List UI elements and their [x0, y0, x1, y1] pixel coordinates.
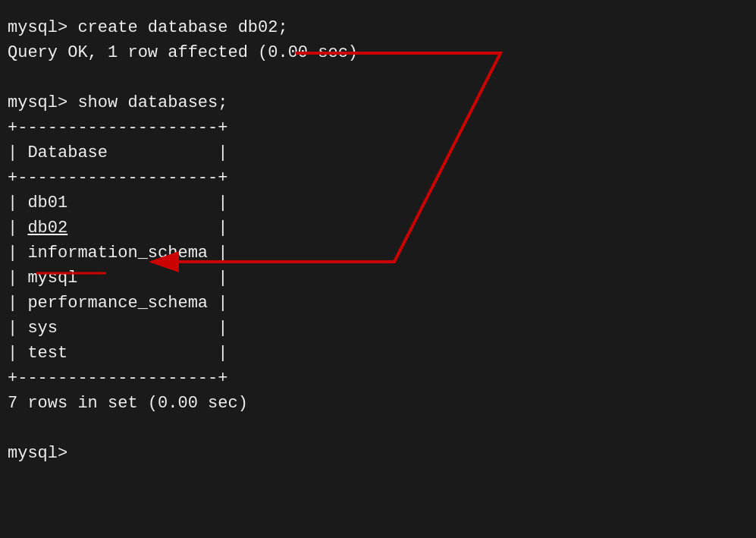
table-row-mysql: | mysql | [8, 266, 748, 291]
table-row-sys: | sys | [8, 316, 748, 341]
command-line-1: mysql> create database db02; [8, 15, 748, 40]
terminal-window: mysql> create database db02; Query OK, 1… [0, 0, 756, 538]
table-border-header: +--------------------+ [8, 165, 748, 190]
blank-line-2 [8, 416, 748, 441]
table-border-bottom: +--------------------+ [8, 366, 748, 391]
table-row-test: | test | [8, 341, 748, 366]
final-prompt[interactable]: mysql> [8, 441, 748, 466]
row-count: 7 rows in set (0.00 sec) [8, 391, 748, 416]
query-result: Query OK, 1 row affected (0.00 sec) [8, 40, 748, 65]
table-row-db02: | db02 | [8, 216, 748, 241]
table-header: | Database | [8, 140, 748, 165]
table-row-db01: | db01 | [8, 190, 748, 216]
db02-text: db02 [27, 219, 67, 238]
table-row-perf-schema: | performance_schema | [8, 291, 748, 316]
terminal-content: mysql> create database db02; Query OK, 1… [8, 15, 748, 466]
table-row-info-schema: | information_schema | [8, 241, 748, 266]
blank-line-1 [8, 65, 748, 90]
table-border-top: +--------------------+ [8, 115, 748, 140]
command-line-2: mysql> show databases; [8, 90, 748, 115]
